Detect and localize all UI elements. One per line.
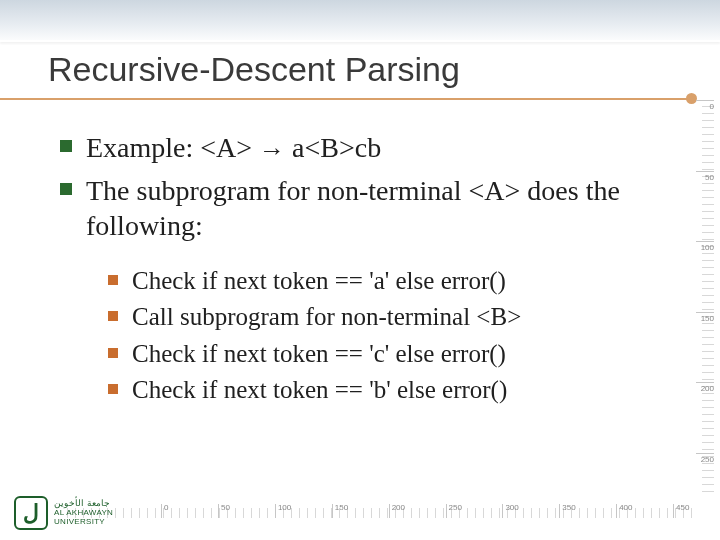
sub-bullet-text: Check if next token == 'c' else error() [132,338,506,371]
ruler-tick: 250 [696,453,714,464]
title-underline [0,98,692,100]
ruler-tick: 100 [275,504,291,518]
square-bullet-icon [108,348,118,358]
bullet-text: Example: <A> → a<B>cb [86,130,381,167]
university-logo: ل جامعة الأخوين AL AKHAWAYN UNIVERSITY [14,496,113,530]
arrow-icon: → [259,135,285,165]
text-fragment: a<B>cb [285,132,381,163]
sub-bullet-group: Check if next token == 'a' else error() … [108,265,640,407]
ruler-tick: 200 [389,504,405,518]
horizontal-ruler: 0 50 100 150 200 250 300 350 400 450 [60,500,692,518]
logo-text-line: UNIVERSITY [54,518,113,527]
ruler-tick: 100 [696,241,714,252]
content-area: Example: <A> → a<B>cb The subprogram for… [60,130,640,411]
ruler-tick: 250 [446,504,462,518]
bullet-item-1: Example: <A> → a<B>cb [60,130,640,167]
vertical-ruler: 0 50 100 150 200 250 [692,100,714,492]
bullet-text: The subprogram for non-terminal <A> does… [86,173,640,243]
square-bullet-icon [60,140,72,152]
top-decorative-band [0,0,720,42]
logo-glyph: ل [23,502,39,524]
sub-bullet-item: Check if next token == 'c' else error() [108,338,640,371]
square-bullet-icon [108,275,118,285]
logo-text: جامعة الأخوين AL AKHAWAYN UNIVERSITY [54,499,113,526]
ruler-tick: 0 [161,504,168,518]
square-bullet-icon [60,183,72,195]
slide-title: Recursive-Descent Parsing [48,50,460,89]
ruler-tick: 150 [696,312,714,323]
sub-bullet-text: Call subprogram for non-terminal <B> [132,301,521,334]
square-bullet-icon [108,384,118,394]
sub-bullet-text: Check if next token == 'a' else error() [132,265,506,298]
sub-bullet-item: Check if next token == 'b' else error() [108,374,640,407]
square-bullet-icon [108,311,118,321]
logo-mark-icon: ل [14,496,48,530]
ruler-tick: 0 [696,100,714,111]
ruler-tick: 300 [502,504,518,518]
ruler-tick: 200 [696,382,714,393]
ruler-tick: 400 [616,504,632,518]
sub-bullet-text: Check if next token == 'b' else error() [132,374,507,407]
bullet-item-2: The subprogram for non-terminal <A> does… [60,173,640,243]
ruler-tick: 50 [696,171,714,182]
ruler-tick: 50 [218,504,230,518]
sub-bullet-item: Call subprogram for non-terminal <B> [108,301,640,334]
sub-bullet-item: Check if next token == 'a' else error() [108,265,640,298]
ruler-tick: 150 [332,504,348,518]
ruler-tick: 450 [673,504,689,518]
ruler-tick: 350 [559,504,575,518]
text-fragment: Example: <A> [86,132,259,163]
